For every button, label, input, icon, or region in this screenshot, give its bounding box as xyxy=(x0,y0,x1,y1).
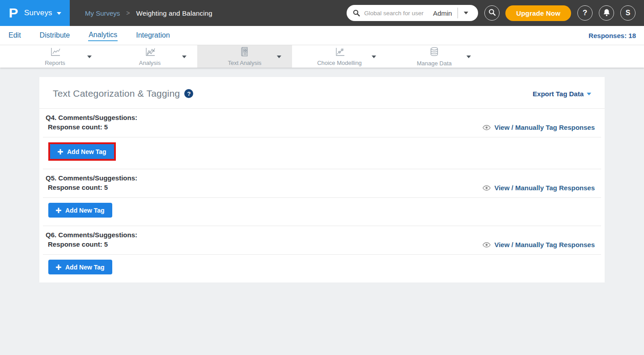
tab-reports[interactable]: Reports xyxy=(8,45,102,68)
button-row: Add New Tag xyxy=(39,198,605,226)
top-header: P Surveys My Surveys > Weighting and Bal… xyxy=(0,0,644,26)
search-scope-dropdown[interactable] xyxy=(458,5,474,21)
add-new-tag-label: Add New Tag xyxy=(65,207,105,214)
chevron-down-icon[interactable] xyxy=(277,56,281,58)
plus-icon xyxy=(58,149,63,154)
question-label: Q5. Comments/Suggestions: xyxy=(46,173,598,183)
chevron-down-icon xyxy=(587,93,591,95)
question-section-q4: Q4. Comments/Suggestions: Response count… xyxy=(39,109,605,169)
notifications-button[interactable] xyxy=(599,5,614,21)
tab-label: Analysis xyxy=(139,60,161,66)
line-chart-icon xyxy=(49,47,61,59)
tab-manage-data[interactable]: Manage Data xyxy=(387,45,482,68)
global-search-box[interactable]: Admin xyxy=(347,5,478,21)
red-highlight-box: Add New Tag xyxy=(48,142,116,161)
card-header: Text Categorization & Tagging ? Export T… xyxy=(39,77,605,108)
multi-line-chart-icon xyxy=(144,47,156,59)
scatter-trend-icon xyxy=(334,47,346,59)
section-header: Q4. Comments/Suggestions: Response count… xyxy=(39,109,605,137)
survey-nav: Edit Distribute Analytics Integration Re… xyxy=(0,26,644,45)
tab-label: Choice Modelling xyxy=(317,60,362,66)
view-link-label: View / Manually Tag Responses xyxy=(494,184,595,192)
responses-count: Responses: 18 xyxy=(589,32,636,39)
database-icon xyxy=(428,47,440,60)
header-search-button[interactable] xyxy=(484,5,500,21)
add-new-tag-button[interactable]: Add New Tag xyxy=(48,260,112,274)
view-manually-tag-link[interactable]: View / Manually Tag Responses xyxy=(483,184,595,192)
view-manually-tag-link[interactable]: View / Manually Tag Responses xyxy=(483,241,595,248)
export-tag-data-dropdown[interactable]: Export Tag Data xyxy=(533,90,591,98)
plus-icon xyxy=(56,265,61,270)
breadcrumb-separator: > xyxy=(126,9,130,17)
eye-icon xyxy=(483,242,491,248)
export-tag-data-label: Export Tag Data xyxy=(533,90,584,98)
question-section-q6: Q6. Comments/Suggestions: Response count… xyxy=(39,226,605,282)
tab-label: Manage Data xyxy=(417,60,452,67)
button-row: Add New Tag xyxy=(39,255,605,282)
text-document-grid-icon xyxy=(239,47,250,59)
tab-text-analysis[interactable]: Text Analysis xyxy=(197,45,292,68)
help-button[interactable]: ? xyxy=(577,5,593,21)
chevron-down-icon[interactable] xyxy=(182,56,186,58)
button-row: Add New Tag xyxy=(39,137,605,169)
bell-icon xyxy=(603,9,610,18)
question-label: Q4. Comments/Suggestions: xyxy=(46,113,598,122)
question-mark-icon: ? xyxy=(583,9,587,17)
chevron-down-icon xyxy=(464,12,468,14)
eye-icon xyxy=(483,185,491,191)
avatar-initial: S xyxy=(626,9,631,17)
global-search-input[interactable] xyxy=(364,10,432,17)
question-label: Q6. Comments/Suggestions: xyxy=(46,230,598,240)
proprofs-logo: P xyxy=(8,5,18,21)
breadcrumb-my-surveys[interactable]: My Surveys xyxy=(85,9,120,17)
section-header: Q5. Comments/Suggestions: Response count… xyxy=(39,169,605,197)
upgrade-now-button[interactable]: Upgrade Now xyxy=(505,5,571,21)
app-label: Surveys xyxy=(24,9,52,17)
tab-label: Reports xyxy=(45,60,65,66)
page-title: Text Categorization & Tagging xyxy=(53,88,180,99)
nav-item-edit[interactable]: Edit xyxy=(8,30,21,41)
nav-item-analytics[interactable]: Analytics xyxy=(88,30,118,41)
text-tagging-card: Text Categorization & Tagging ? Export T… xyxy=(39,77,605,282)
tab-choice-modelling[interactable]: Choice Modelling xyxy=(292,45,387,68)
user-avatar[interactable]: S xyxy=(620,5,636,21)
add-new-tag-label: Add New Tag xyxy=(65,264,105,271)
breadcrumb: My Surveys > Weighting and Balancing xyxy=(85,9,212,17)
chevron-down-icon[interactable] xyxy=(87,56,92,58)
section-header: Q6. Comments/Suggestions: Response count… xyxy=(39,226,605,254)
add-new-tag-label: Add New Tag xyxy=(67,148,106,155)
chevron-down-icon xyxy=(57,12,61,15)
analytics-tab-bar: Reports Analysis Text Analysis Choice Mo… xyxy=(0,45,644,68)
search-icon xyxy=(488,9,496,17)
view-link-label: View / Manually Tag Responses xyxy=(494,124,595,131)
view-link-label: View / Manually Tag Responses xyxy=(494,241,595,248)
search-scope-label: Admin xyxy=(433,9,452,17)
eye-icon xyxy=(483,125,491,130)
surveys-app-switcher[interactable]: P Surveys xyxy=(0,0,70,26)
add-new-tag-button[interactable]: Add New Tag xyxy=(50,144,114,159)
add-new-tag-button[interactable]: Add New Tag xyxy=(48,203,112,218)
nav-item-distribute[interactable]: Distribute xyxy=(39,30,71,41)
search-icon xyxy=(353,9,360,17)
view-manually-tag-link[interactable]: View / Manually Tag Responses xyxy=(483,124,595,131)
tab-label: Text Analysis xyxy=(228,60,261,66)
breadcrumb-current-survey: Weighting and Balancing xyxy=(136,9,212,17)
question-mark-icon[interactable]: ? xyxy=(184,89,193,98)
page-content: Text Categorization & Tagging ? Export T… xyxy=(0,68,644,282)
chevron-down-icon[interactable] xyxy=(372,56,376,58)
question-section-q5: Q5. Comments/Suggestions: Response count… xyxy=(39,169,605,226)
plus-icon xyxy=(56,208,61,213)
nav-item-integration[interactable]: Integration xyxy=(136,30,170,41)
chevron-down-icon[interactable] xyxy=(466,56,471,58)
tab-analysis[interactable]: Analysis xyxy=(102,45,197,68)
header-actions: Admin Upgrade Now ? S xyxy=(347,5,644,21)
